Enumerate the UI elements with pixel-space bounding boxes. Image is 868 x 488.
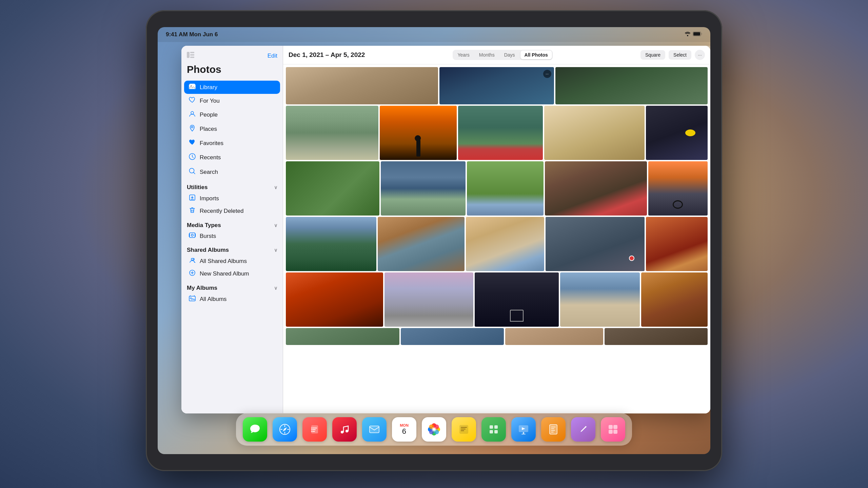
svg-point-19 <box>191 258 193 260</box>
photo-cell-5-4[interactable] <box>605 328 708 345</box>
status-time: 9:41 AM Mon Jun 6 <box>166 31 218 38</box>
dock-notes[interactable] <box>452 417 476 442</box>
all-albums-label: All Albums <box>200 296 226 303</box>
photo-cell-5-1[interactable] <box>286 328 399 345</box>
utilities-label: Utilities <box>187 184 208 191</box>
photo-cell-3-4[interactable] <box>546 217 645 271</box>
photo-cell-1-1[interactable] <box>286 106 378 160</box>
svg-rect-46 <box>523 432 524 434</box>
photo-cell-2-4[interactable] <box>545 161 647 216</box>
sidebar-item-library[interactable]: Library <box>184 81 280 94</box>
sidebar-item-people[interactable]: People <box>184 108 280 122</box>
sidebar-item-bursts[interactable]: Bursts <box>184 230 280 242</box>
all-shared-icon <box>188 257 196 265</box>
people-icon <box>188 111 196 119</box>
photo-cell-2-1[interactable] <box>286 161 379 216</box>
photo-cell-t2[interactable]: ··· <box>439 67 554 104</box>
photo-cell-1-2[interactable] <box>380 106 457 160</box>
photo-row-2 <box>286 161 708 216</box>
dock-safari[interactable] <box>273 417 297 442</box>
dock-messages[interactable] <box>243 417 267 442</box>
svg-rect-43 <box>490 430 493 433</box>
photo-cell-t1[interactable] <box>286 67 438 104</box>
recently-deleted-label: Recently Deleted <box>200 208 243 215</box>
sidebar-item-places[interactable]: Places <box>184 122 280 136</box>
main-content: Dec 1, 2021 – Apr 5, 2022 Years Months D… <box>283 46 710 413</box>
dock-photos[interactable] <box>422 417 446 442</box>
photo-cell-4-1[interactable] <box>286 272 383 327</box>
sidebar-item-imports[interactable]: Imports <box>184 192 280 205</box>
photo-cell-3-2[interactable] <box>378 217 464 271</box>
svg-rect-15 <box>190 233 195 238</box>
edit-button[interactable]: Edit <box>268 53 277 59</box>
more-button[interactable]: ··· <box>695 50 705 60</box>
view-years-btn[interactable]: Years <box>453 50 473 59</box>
photo-cell-4-2[interactable] <box>384 272 473 327</box>
dock-music[interactable] <box>332 417 357 442</box>
dock-procreate[interactable] <box>571 417 595 442</box>
sidebar-item-favorites[interactable]: Favorites <box>184 136 280 150</box>
photo-cell-4-5[interactable] <box>641 272 708 327</box>
photo-row-top: ··· <box>286 67 708 104</box>
photo-cell-2-2[interactable] <box>381 161 466 216</box>
sidebar-item-search[interactable]: Search <box>184 165 280 179</box>
right-controls: Square Select ··· <box>640 50 705 60</box>
sidebar-item-all-shared-albums[interactable]: All Shared Albums <box>184 255 280 267</box>
view-all-photos-btn[interactable]: All Photos <box>520 50 552 59</box>
search-icon <box>188 168 196 176</box>
new-shared-album-icon <box>188 270 196 278</box>
square-button[interactable]: Square <box>640 50 665 60</box>
ipad-frame: 9:41 AM Mon Jun 6 <box>146 10 722 471</box>
view-days-btn[interactable]: Days <box>500 50 519 59</box>
dock-numbers[interactable] <box>481 417 506 442</box>
sidebar-item-all-albums[interactable]: All Albums <box>184 293 280 305</box>
utilities-section-header[interactable]: Utilities ∨ <box>181 179 283 192</box>
photo-row-1 <box>286 106 708 160</box>
dock-reminders[interactable] <box>302 417 327 442</box>
svg-rect-3 <box>187 52 190 58</box>
sidebar-header: Edit <box>181 46 283 62</box>
dock-overflow[interactable] <box>601 417 625 442</box>
sidebar-item-new-shared-album[interactable]: New Shared Album <box>184 267 280 280</box>
sidebar-item-for-you[interactable]: For You <box>184 94 280 108</box>
view-months-btn[interactable]: Months <box>475 50 499 59</box>
photo-cell-3-3[interactable] <box>466 217 544 271</box>
photo-cell-3-5[interactable] <box>646 217 708 271</box>
media-types-section-header[interactable]: Media Types ∨ <box>181 217 283 230</box>
photo-cell-4-4[interactable] <box>560 272 640 327</box>
my-albums-section-header[interactable]: My Albums ∨ <box>181 280 283 293</box>
ipad-screen: 9:41 AM Mon Jun 6 <box>158 27 710 454</box>
svg-rect-52 <box>609 430 613 434</box>
dock-keynote[interactable] <box>511 417 536 442</box>
photo-grid: ··· <box>283 64 710 413</box>
photo-cell-5-3[interactable] <box>505 328 603 345</box>
shared-albums-section-header[interactable]: Shared Albums ∨ <box>181 242 283 255</box>
sidebar-item-recently-deleted[interactable]: Recently Deleted <box>184 205 280 217</box>
svg-rect-49 <box>550 425 557 434</box>
photo-cell-4-3[interactable] <box>475 272 559 327</box>
for-you-label: For You <box>200 98 220 104</box>
photo-cell-5-2[interactable] <box>401 328 504 345</box>
dock-calendar[interactable]: MON 6 <box>392 417 416 442</box>
photo-cell-2-3[interactable] <box>467 161 544 216</box>
sidebar-toggle-icon[interactable] <box>187 52 194 60</box>
select-button[interactable]: Select <box>669 50 691 60</box>
photo-cell-1-3[interactable] <box>458 106 543 160</box>
photo-cell-3-1[interactable] <box>286 217 376 271</box>
svg-point-11 <box>192 126 193 128</box>
view-controls: Years Months Days All Photos <box>453 50 552 60</box>
search-label: Search <box>200 169 218 176</box>
photo-cell-1-4[interactable] <box>544 106 645 160</box>
svg-rect-44 <box>494 430 498 433</box>
sidebar-item-recents[interactable]: Recents <box>184 150 280 165</box>
status-icons <box>685 32 702 38</box>
photo-cell-1-5[interactable] <box>646 106 708 160</box>
dock-pages[interactable] <box>541 417 566 442</box>
svg-point-39 <box>432 427 436 432</box>
media-types-chevron: ∨ <box>274 223 277 228</box>
svg-rect-41 <box>490 425 493 429</box>
photo-cell-t3[interactable] <box>555 67 708 104</box>
dock-mail[interactable] <box>362 417 387 442</box>
svg-point-25 <box>311 428 312 429</box>
photo-cell-2-5[interactable] <box>648 161 708 216</box>
